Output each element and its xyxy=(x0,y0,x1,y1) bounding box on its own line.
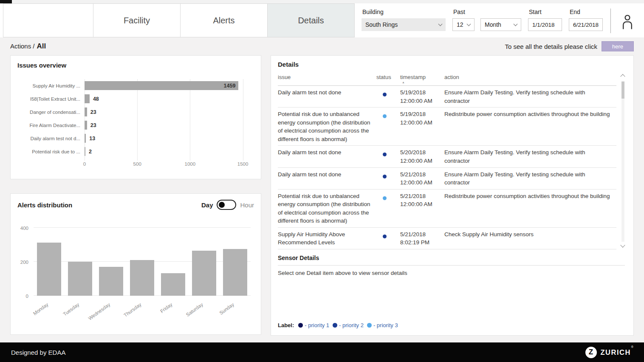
axis-tick-label: 500 xyxy=(133,161,141,167)
category-label: I58|Toilet Extract Unit... xyxy=(17,96,85,102)
status-cell xyxy=(376,192,400,225)
status-cell xyxy=(376,148,400,165)
alerts-y-axis: 0200400 xyxy=(17,228,30,296)
window-accent xyxy=(0,0,12,3)
category-label: Fire Alarm Deactivate... xyxy=(17,123,85,128)
category-label: Supply Air Humidity ... xyxy=(17,83,85,88)
table-row[interactable]: Potential risk due to unbalanced energy … xyxy=(278,107,616,146)
details-banner: To see all the details please click here xyxy=(505,41,634,51)
legend-text: - priority 3 xyxy=(373,322,398,328)
issues-overview-chart: Supply Air Humidity ...1459I58|Toilet Ex… xyxy=(17,79,254,170)
alerts-bars xyxy=(34,228,251,296)
bar[interactable] xyxy=(192,251,216,296)
scrollbar-thumb[interactable] xyxy=(621,82,624,99)
toggle-day-label[interactable]: Day xyxy=(201,201,213,209)
tab-alerts[interactable]: Alerts xyxy=(180,3,268,37)
axis-tick-label: 1000 xyxy=(185,161,196,167)
status-cell xyxy=(376,170,400,187)
value-label: 1459 xyxy=(224,83,236,89)
chevron-down-icon xyxy=(467,22,471,26)
column-header-status[interactable]: status xyxy=(376,74,400,85)
timestamp-cell: 5/21/201812:00:00 AM xyxy=(400,192,444,225)
scroll-up-icon[interactable] xyxy=(620,74,625,79)
legend-item: - priority 1 xyxy=(298,322,329,328)
bar[interactable] xyxy=(37,243,61,296)
table-row[interactable]: Daily alarm test not done5/21/201812:00:… xyxy=(278,168,616,189)
dashboard-app: Facility Alerts Details Building South R… xyxy=(0,0,644,362)
legend-dot-icon xyxy=(298,323,303,328)
bar[interactable] xyxy=(99,267,123,296)
day-hour-toggle-group: Day Hour xyxy=(201,200,254,210)
table-row[interactable]: Daily alarm test not done5/19/201812:00:… xyxy=(278,86,616,107)
priority-legend: Label: - priority 1- priority 2- priorit… xyxy=(278,320,627,331)
bar-track: 23 xyxy=(85,107,248,116)
past-count-value: 12 xyxy=(457,21,463,28)
priority-dot xyxy=(383,235,387,238)
timestamp-header-label: timestamp xyxy=(400,74,426,80)
column-header-issue[interactable]: issue xyxy=(278,74,376,85)
action-cell: Redistribute power consumption activitie… xyxy=(444,110,616,143)
bar[interactable] xyxy=(85,94,90,103)
scroll-down-icon[interactable] xyxy=(620,243,625,247)
issue-cell: Supply Air Humidity Above Recommended Le… xyxy=(278,230,376,247)
bar[interactable] xyxy=(85,134,86,143)
day-hour-toggle[interactable] xyxy=(217,200,236,210)
action-cell: Check Supply Air Humidity sensors xyxy=(444,230,616,247)
start-date-input[interactable]: 1/1/2018 xyxy=(528,18,562,31)
here-button[interactable]: here xyxy=(602,41,634,51)
issues-x-axis: 050010001500 xyxy=(85,161,248,170)
timestamp-cell: 5/20/201812:00:00 AM xyxy=(400,148,444,165)
legend-dot-icon xyxy=(333,323,337,328)
bar[interactable] xyxy=(85,107,87,116)
past-count-select[interactable]: 12 xyxy=(452,18,475,31)
end-date-input[interactable]: 6/21/2018 xyxy=(569,18,603,31)
breadcrumb[interactable]: Actions /All xyxy=(10,42,46,51)
toggle-hour-label[interactable]: Hour xyxy=(240,201,254,209)
category-label: Potential risk due to ... xyxy=(17,149,85,154)
bar-track: 1459 xyxy=(85,81,248,90)
bar[interactable] xyxy=(161,273,185,296)
past-unit-select[interactable]: Month xyxy=(480,18,521,31)
timestamp-cell: 5/19/201812:00:00 AM xyxy=(400,110,444,143)
chevron-down-icon xyxy=(514,22,518,26)
table-scrollbar[interactable] xyxy=(620,73,626,249)
legend-text: - priority 1 xyxy=(305,322,329,328)
top-strip xyxy=(0,0,644,3)
legend-item: - priority 2 xyxy=(333,322,364,328)
bar[interactable] xyxy=(85,147,85,156)
value-label: 23 xyxy=(90,109,96,115)
bar[interactable] xyxy=(68,262,92,296)
footer: Designed by EDAA Z ZURICH® xyxy=(0,342,644,362)
bar[interactable] xyxy=(223,249,247,296)
breadcrumb-section[interactable]: Actions / xyxy=(10,42,35,50)
building-value: South Rings xyxy=(365,21,398,28)
bar-track: 23 xyxy=(85,121,248,130)
value-label: 48 xyxy=(93,96,99,102)
bar[interactable] xyxy=(130,260,154,296)
sort-ascending-icon: ▲ xyxy=(402,81,441,84)
table-row[interactable]: Potential risk due to unbalanced energy … xyxy=(278,189,616,228)
value-label: 23 xyxy=(90,122,96,128)
past-filter: Past 12 Month xyxy=(452,7,521,37)
issues-bar-row: Supply Air Humidity ...1459 xyxy=(17,79,254,92)
issues-bars: Supply Air Humidity ...1459I58|Toilet Ex… xyxy=(17,79,254,158)
bar[interactable] xyxy=(85,121,87,130)
alerts-distribution-title: Alerts distribution xyxy=(17,201,72,209)
tab-details[interactable]: Details xyxy=(267,3,355,37)
footer-credit: Designed by EDAA xyxy=(11,349,65,356)
issues-bar-row: Fire Alarm Deactivate...23 xyxy=(17,119,254,132)
user-profile-icon[interactable] xyxy=(619,13,636,37)
table-row[interactable]: Daily alarm test not done5/20/201812:00:… xyxy=(278,146,616,167)
issues-bar-row: Danger of condensati...23 xyxy=(17,105,254,119)
bar[interactable]: 1459 xyxy=(85,81,238,90)
axis-tick-label: 200 xyxy=(20,260,28,265)
building-select[interactable]: South Rings xyxy=(362,18,446,31)
axis-tick-label: 400 xyxy=(20,226,28,231)
column-header-timestamp[interactable]: timestamp ▲ xyxy=(400,74,444,85)
column-header-action[interactable]: action xyxy=(444,74,616,85)
table-row[interactable]: Supply Air Humidity Above Recommended Le… xyxy=(278,228,616,249)
scrollbar-track[interactable] xyxy=(621,81,624,242)
action-cell: Ensure Alarm Daily Testing. Verify testi… xyxy=(444,88,616,105)
issue-cell: Potential risk due to unbalanced energy … xyxy=(278,110,376,143)
tab-facility[interactable]: Facility xyxy=(93,3,181,37)
